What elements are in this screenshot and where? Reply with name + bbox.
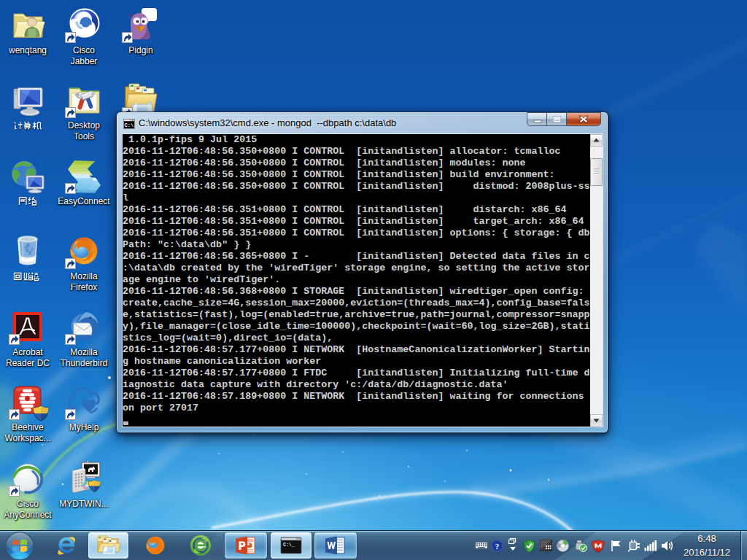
svg-text:C:\_: C:\_	[283, 542, 295, 548]
svg-text:?: ?	[495, 542, 500, 551]
svg-text:C:\.: C:\.	[125, 122, 136, 128]
